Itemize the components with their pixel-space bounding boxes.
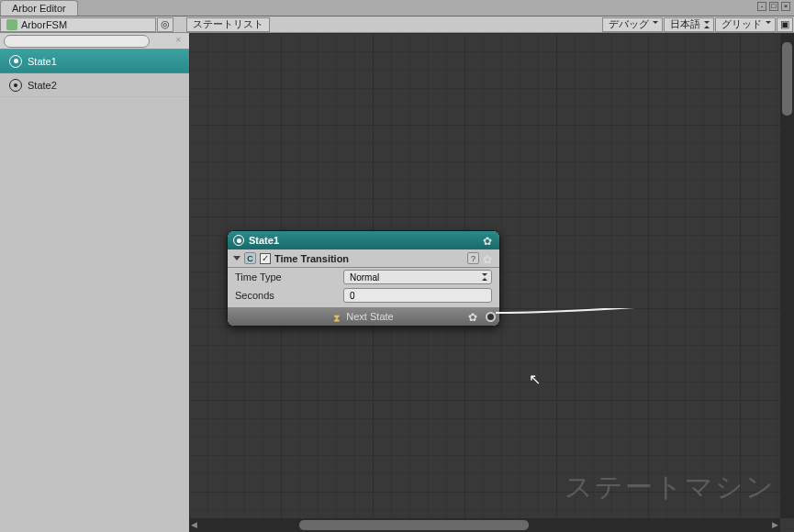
node-title: State1 (249, 235, 478, 246)
behaviour-title: Time Transition (274, 253, 464, 264)
field-seconds: Seconds 0 (228, 286, 499, 307)
help-icon[interactable]: ? (467, 252, 479, 264)
state-list-button[interactable]: ステートリスト (186, 17, 270, 32)
gear-icon[interactable] (483, 253, 494, 264)
editor-tab[interactable]: Arbor Editor (0, 0, 78, 16)
time-type-dropdown[interactable]: Normal (343, 270, 492, 284)
foldout-icon[interactable] (233, 256, 240, 260)
debug-dropdown[interactable]: デバッグ (602, 17, 663, 32)
minimize-icon[interactable]: - (757, 2, 766, 11)
language-dropdown[interactable]: 日本語 (664, 17, 714, 32)
cursor-icon: ↖ (529, 371, 541, 388)
vertical-scrollbar[interactable] (780, 33, 794, 518)
behaviour-header[interactable]: C ✓ Time Transition ? (228, 249, 499, 268)
gear-icon[interactable] (483, 235, 494, 246)
search-row (0, 33, 189, 50)
maximize-icon[interactable]: □ (769, 2, 778, 11)
enabled-checkbox[interactable]: ✓ (260, 253, 271, 264)
start-state-icon (9, 55, 22, 68)
sidebar-item-state2[interactable]: State2 (0, 73, 189, 97)
tab-bar: Arbor Editor - □ × (0, 0, 794, 17)
transition-row[interactable]: Next State (228, 307, 499, 326)
state-icon (9, 79, 22, 92)
state-label: State1 (28, 56, 57, 67)
node-header[interactable]: State1 (228, 231, 499, 249)
grid-dropdown[interactable]: グリッド (715, 17, 776, 32)
fsm-name: ArborFSM (21, 19, 67, 30)
toolbar: ArborFSM ◎ ステートリスト デバッグ 日本語 グリッド ▣ (0, 17, 794, 33)
fsm-selector[interactable]: ArborFSM (0, 17, 156, 32)
transition-label: Next State (346, 311, 393, 322)
start-state-icon (233, 235, 244, 246)
hourglass-icon (333, 312, 341, 322)
horizontal-scrollbar[interactable] (189, 518, 780, 532)
graph-canvas[interactable]: State1 C ✓ Time Transition ? Time Type N… (189, 33, 794, 532)
state-list: State1 State2 (0, 50, 189, 532)
script-icon: C (244, 252, 256, 264)
fullscreen-button[interactable]: ▣ (777, 17, 793, 32)
close-icon[interactable]: × (781, 2, 790, 11)
sidebar-item-state1[interactable]: State1 (0, 50, 189, 73)
field-label: Time Type (235, 272, 343, 283)
field-time-type: Time Type Normal (228, 268, 499, 286)
field-label: Seconds (235, 290, 343, 301)
scrollbar-thumb[interactable] (299, 520, 529, 530)
watermark: ステートマシン (565, 469, 776, 506)
state-node-state1[interactable]: State1 C ✓ Time Transition ? Time Type N… (227, 230, 500, 327)
seconds-input[interactable]: 0 (343, 288, 492, 303)
fsm-icon (6, 19, 17, 30)
output-port[interactable] (486, 312, 496, 322)
window-controls: - □ × (754, 0, 794, 16)
gear-icon[interactable] (468, 311, 479, 322)
fsm-target-button[interactable]: ◎ (157, 17, 173, 32)
scrollbar-thumb[interactable] (782, 42, 792, 116)
sidebar: State1 State2 (0, 33, 189, 532)
state-label: State2 (28, 80, 57, 91)
search-input[interactable] (4, 35, 150, 48)
